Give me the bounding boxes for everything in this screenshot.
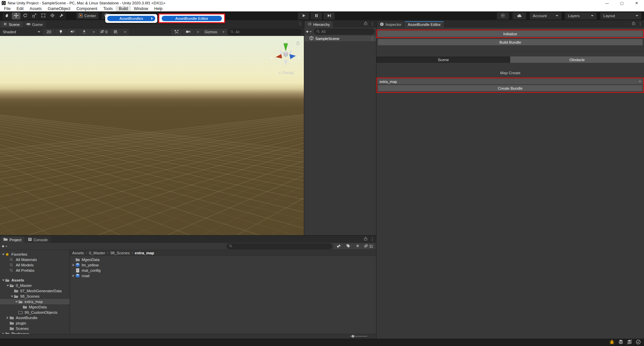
menu-item-component[interactable]: Component [73,6,100,11]
rect-tool-button[interactable] [39,12,48,19]
hand-tool-button[interactable] [3,12,11,19]
custom-tool-button[interactable] [57,12,66,19]
tab-hierarchy[interactable]: Hierarchy [305,21,333,28]
mode-tab-obstacle[interactable]: Obstacle [510,56,644,63]
tasks-done-icon[interactable] [636,339,641,346]
scene-tools-button[interactable] [171,29,182,35]
tab-assetbundle-editor[interactable]: AssetBundle Editor [405,21,444,28]
expander-open-icon[interactable] [6,285,9,287]
cloud-services-button[interactable] [513,12,526,19]
file-item-mat-config[interactable]: mat_config [70,268,376,273]
tree-item-assetbundle[interactable]: AssetBundle [0,315,70,320]
play-button[interactable] [298,12,309,19]
breadcrumb-item-98_scenes[interactable]: 98_Scenes [110,251,130,255]
project-search-input[interactable] [227,244,332,249]
favorites-star-button[interactable] [353,243,362,249]
account-dropdown[interactable]: Account [530,12,561,19]
transform-tool-button[interactable] [48,12,57,19]
tab-inspector[interactable]: Inspector [377,21,404,28]
progress-activity-button[interactable] [497,12,509,19]
lock-icon[interactable] [632,21,635,26]
menu-item-tools[interactable]: Tools [100,6,116,11]
cache-server-off-icon[interactable] [627,339,632,346]
build-bundle-button[interactable]: Build Bundle [377,39,643,46]
thumbnail-zoom-slider[interactable] [350,336,367,337]
tree-item-98-scenes[interactable]: 98_Scenes [0,294,70,299]
scene-row-menu-icon[interactable]: ⋮ [370,37,374,41]
menu-item-edit[interactable]: Edit [13,6,27,11]
scene-audio-button[interactable] [67,29,78,35]
cache-server-icon[interactable] [618,339,623,346]
tree-item-favorites[interactable]: Favorites [0,252,70,257]
breadcrumb-item-assets[interactable]: Assets [72,251,84,255]
hidden-packages-count[interactable]: 11 [362,243,374,249]
breadcrumb-item-0_master[interactable]: 0_Master [89,251,105,255]
expander-open-icon[interactable] [14,301,18,303]
gizmos-dropdown[interactable]: Gizmos [202,29,219,35]
tree-item-assets[interactable]: Assets [0,277,70,283]
tree-item-97-meshgeneraterdata[interactable]: 97_MeshGeneraterData [0,288,70,294]
tree-item-mgeodata[interactable]: MgeoData [0,304,70,310]
gizmo-lock-icon[interactable] [296,41,300,46]
expander-closed-icon[interactable] [72,274,75,277]
file-item-lm-yellow[interactable]: lm_yellow [70,262,376,268]
menu-item-help[interactable]: Help [151,6,166,11]
close-button[interactable]: ✕ [629,0,644,6]
tree-item-scenes[interactable]: Scenes [0,326,70,331]
lock-icon[interactable] [364,21,367,26]
minimize-button[interactable]: — [600,0,614,6]
tree-item-all-prefabs[interactable]: All Prefabs [0,268,70,273]
tab-project[interactable]: Project [0,236,25,243]
scale-tool-button[interactable] [30,12,39,19]
perspective-toggle[interactable]: < Persp [279,70,294,75]
initialize-button[interactable]: Initialize [377,30,643,37]
expander-closed-icon[interactable] [6,316,9,319]
tab-game[interactable]: Game [23,21,46,28]
menu-item-assets[interactable]: Assets [27,6,45,11]
tree-item-0-master[interactable]: 0_Master [0,283,70,288]
rotate-tool-button[interactable] [21,12,30,19]
expander-open-icon[interactable] [1,279,5,281]
scene-visibility-button[interactable]: 0 [98,29,109,35]
tab-console[interactable]: Console [25,236,51,243]
search-by-type-button[interactable] [334,243,343,249]
pause-button[interactable] [311,12,322,19]
tree-item-all-materials[interactable]: All Materials [0,257,70,262]
grid-snapping-button[interactable]: Y [110,29,121,35]
file-item-mgeodata[interactable]: MgeoData [70,257,376,262]
menu-item-window[interactable]: Window [131,6,151,11]
tab-scene[interactable]: Scene [0,21,23,28]
breadcrumb-item-extra_map[interactable]: extra_map [135,251,154,255]
move-tool-button[interactable] [12,12,21,19]
zoom-slider-thumb[interactable] [352,335,354,338]
expander-open-icon[interactable] [10,296,14,297]
tree-item-all-models[interactable]: All Models [0,262,70,268]
lock-icon[interactable] [364,237,367,242]
menu-item-gameobject[interactable]: GameObject [45,6,73,11]
tree-item-99-customobjects[interactable]: 99_CustomObjects [0,310,70,315]
tree-item-packages[interactable]: Packages [0,331,70,334]
hierarchy-menu-icon[interactable]: ⋮ [370,22,374,26]
add-gameobject-button[interactable]: + [306,29,312,34]
scene-panel-menu-icon[interactable]: ⋮ [298,21,302,26]
create-bundle-button[interactable]: Create Bundle [377,85,643,92]
map-select-dropdown[interactable]: extra_map [377,79,643,84]
grid-snapping-dropdown[interactable] [121,29,129,35]
scene-camera-dropdown[interactable] [194,29,202,35]
shading-mode-dropdown[interactable]: Shaded [1,29,43,35]
hierarchy-item-samplescene[interactable]: SampleScene ⋮ [304,36,376,41]
debug-bug-icon[interactable] [609,339,615,346]
layers-dropdown[interactable]: Layers [565,12,597,19]
search-by-label-button[interactable] [344,243,353,249]
menu-item-file[interactable]: File [1,6,13,11]
tree-item-extra-map[interactable]: extra_map [0,299,70,304]
expander-open-icon[interactable] [1,254,5,255]
project-menu-icon[interactable]: ⋮ [370,237,374,241]
scene-lighting-button[interactable] [55,29,66,35]
pivot-mode-button[interactable]: Center [76,12,98,19]
hierarchy-search-input[interactable]: All [314,29,374,35]
toggle-2d-button[interactable]: 2D [43,29,54,35]
gizmos-caret[interactable] [220,29,227,35]
scene-viewport[interactable]: y x z < Persp [0,36,304,235]
scene-effects-button[interactable] [79,29,90,35]
